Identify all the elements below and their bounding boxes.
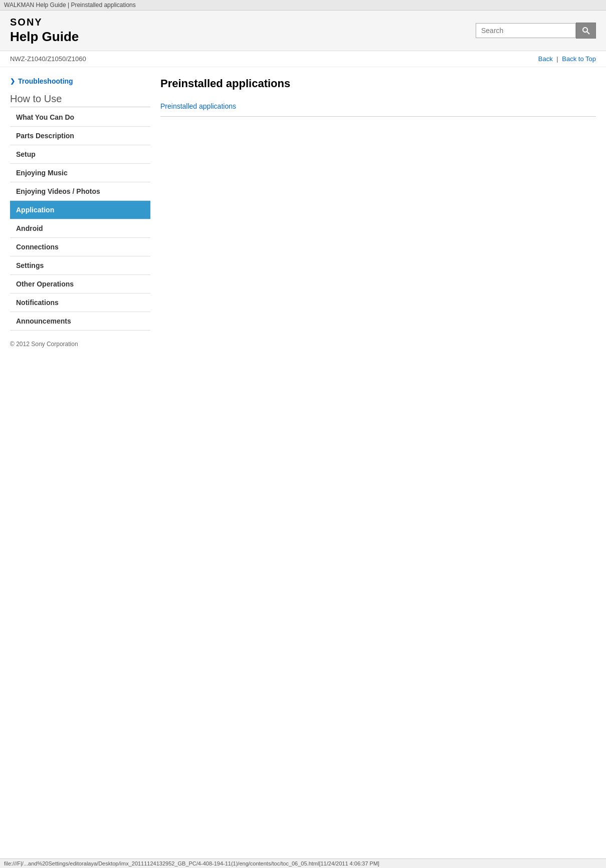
header: SONY Help Guide <box>0 11 606 51</box>
browser-title-text: WALKMAN Help Guide | Preinstalled applic… <box>4 2 136 9</box>
search-icon <box>582 27 590 35</box>
sidebar-item-setup[interactable]: Setup <box>10 145 150 164</box>
sidebar-item-enjoying-videos-photos[interactable]: Enjoying Videos / Photos <box>10 182 150 201</box>
search-area <box>476 23 596 39</box>
sidebar-item-what-you-can-do[interactable]: What You Can Do <box>10 108 150 127</box>
sidebar-item-announcements[interactable]: Announcements <box>10 312 150 331</box>
sidebar-copyright: © 2012 Sony Corporation <box>10 341 150 348</box>
preinstalled-apps-link[interactable]: Preinstalled applications <box>160 102 236 110</box>
help-guide-title: Help Guide <box>10 29 79 45</box>
troubleshooting-link[interactable]: ❯ Troubleshooting <box>10 77 150 85</box>
back-to-top-link[interactable]: Back to Top <box>562 55 596 63</box>
nav-links: Back | Back to Top <box>538 55 596 63</box>
sidebar-item-parts-description[interactable]: Parts Description <box>10 127 150 145</box>
page-title: Preinstalled applications <box>160 77 596 94</box>
content-divider <box>160 116 596 117</box>
main-container: ❯ Troubleshooting How to Use What You Ca… <box>0 67 606 358</box>
sidebar-item-android[interactable]: Android <box>10 219 150 238</box>
content-area: Preinstalled applications Preinstalled a… <box>160 77 596 348</box>
svg-point-0 <box>583 28 587 32</box>
chevron-right-icon: ❯ <box>10 78 15 85</box>
browser-title-bar: WALKMAN Help Guide | Preinstalled applic… <box>0 0 606 11</box>
sub-header: NWZ-Z1040/Z1050/Z1060 Back | Back to Top <box>0 51 606 67</box>
back-link[interactable]: Back <box>538 55 553 63</box>
device-model: NWZ-Z1040/Z1050/Z1060 <box>10 55 86 63</box>
sidebar-item-other-operations[interactable]: Other Operations <box>10 275 150 294</box>
header-left: SONY Help Guide <box>10 17 79 45</box>
search-input[interactable] <box>476 23 576 38</box>
how-to-use-label: How to Use <box>10 93 150 105</box>
sony-logo: SONY <box>10 17 79 28</box>
sidebar-item-notifications[interactable]: Notifications <box>10 294 150 312</box>
sidebar-item-settings[interactable]: Settings <box>10 256 150 275</box>
sidebar-item-enjoying-music[interactable]: Enjoying Music <box>10 164 150 182</box>
sidebar: ❯ Troubleshooting How to Use What You Ca… <box>10 77 150 348</box>
nav-separator: | <box>556 55 558 63</box>
search-button[interactable] <box>576 23 596 39</box>
svg-line-1 <box>587 32 589 34</box>
sidebar-divider <box>10 107 150 107</box>
troubleshooting-label: Troubleshooting <box>18 77 73 85</box>
sidebar-item-connections[interactable]: Connections <box>10 238 150 256</box>
sidebar-item-application[interactable]: Application <box>10 201 150 219</box>
